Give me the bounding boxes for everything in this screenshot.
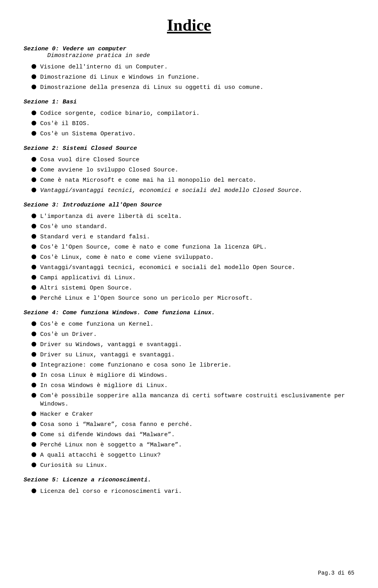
section-0: Sezione 0: Vedere un computer Dimostrazi… xyxy=(24,46,354,92)
section-4: Sezione 4: Come funziona Windows. Come f… xyxy=(24,310,354,470)
list-item: Integrazione: come funzionano e cosa son… xyxy=(32,361,354,369)
list-item: Standard veri e standard falsi. xyxy=(32,233,354,241)
bullet-icon xyxy=(32,362,36,367)
bullet-icon xyxy=(32,188,36,192)
section-5-list: Licenza del corso e riconoscimenti vari. xyxy=(32,487,354,496)
bullet-icon xyxy=(32,332,36,336)
bullet-icon xyxy=(32,254,36,259)
bullet-icon xyxy=(32,157,36,162)
section-2-list: Cosa vuol dire Closed Source Come avvien… xyxy=(32,156,354,195)
section-3-list: L'importanza di avere libertà di scelta.… xyxy=(32,212,354,302)
list-item: Altri sistemi Open Source. xyxy=(32,284,354,292)
bullet-icon xyxy=(32,131,36,136)
list-item: Visione dell'interno di un Computer. xyxy=(32,63,354,71)
list-item: Cos'è uno standard. xyxy=(32,223,354,231)
list-item: In cosa Linux è migliore di Windows. xyxy=(32,371,354,380)
bullet-icon xyxy=(32,411,36,416)
list-item: A quali attacchi è soggetto Linux? xyxy=(32,451,354,459)
list-item: Campi applicativi di Linux. xyxy=(32,274,354,282)
list-item: Cos'è un Driver. xyxy=(32,330,354,339)
bullet-icon xyxy=(32,463,36,467)
list-item: Cos'è Linux, come è nato e come viene sv… xyxy=(32,253,354,262)
section-1-list: Codice sorgente, codice binario, compila… xyxy=(32,109,354,138)
bullet-icon xyxy=(32,383,36,387)
bullet-icon xyxy=(32,85,36,89)
bullet-icon xyxy=(32,321,36,326)
bullet-icon xyxy=(32,342,36,347)
list-item: Cosa vuol dire Closed Source xyxy=(32,156,354,164)
section-1: Sezione 1: Basi Codice sorgente, codice … xyxy=(24,99,354,138)
bullet-icon xyxy=(32,352,36,357)
section-2: Sezione 2: Sistemi Closed Source Cosa vu… xyxy=(24,145,354,195)
page-footer: Pag.3 di 65 xyxy=(318,570,354,576)
bullet-icon xyxy=(32,74,36,79)
list-item: Come avviene lo sviluppo Closed Source. xyxy=(32,166,354,174)
bullet-icon xyxy=(32,295,36,300)
page-title: Indice xyxy=(24,16,354,35)
list-item: Cos'è il BIOS. xyxy=(32,120,354,128)
bullet-icon xyxy=(32,372,36,377)
section-0-heading: Sezione 0: Vedere un computer Dimostrazi… xyxy=(24,46,354,59)
bullet-icon xyxy=(32,452,36,457)
list-item: Licenza del corso e riconoscimenti vari. xyxy=(32,487,354,496)
list-item: L'importanza di avere libertà di scelta. xyxy=(32,212,354,221)
list-item: Perché Linux e l'Open Source sono un per… xyxy=(32,294,354,302)
section-5-heading: Sezione 5: Licenze a riconoscimenti. xyxy=(24,477,354,483)
list-item: Come si difende Windows dai “Malware”. xyxy=(32,431,354,439)
bullet-icon xyxy=(32,432,36,437)
list-item: Dimostrazione di Linux e Windows in funz… xyxy=(32,73,354,81)
list-item: Perché Linux non è soggetto a “Malware”. xyxy=(32,441,354,449)
list-item: Curiosità su Linux. xyxy=(32,461,354,470)
list-item: Hacker e Craker xyxy=(32,410,354,418)
bullet-icon xyxy=(32,285,36,290)
list-item: Cosa sono i “Malware”, cosa fanno e perc… xyxy=(32,420,354,429)
bullet-icon xyxy=(32,488,36,493)
section-4-list: Cos'è e come funziona un Kernel. Cos'è u… xyxy=(32,320,354,470)
section-3: Sezione 3: Introduzione all'Open Source … xyxy=(24,202,354,302)
bullet-icon xyxy=(32,121,36,125)
bullet-icon xyxy=(32,167,36,172)
list-item: Driver su Windows, vantaggi e svantaggi. xyxy=(32,341,354,349)
list-item: In cosa Windows è migliore di Linux. xyxy=(32,382,354,390)
bullet-icon xyxy=(32,422,36,426)
list-item: Vantaggi/svantaggi tecnici, economici e … xyxy=(32,186,354,195)
bullet-icon xyxy=(32,234,36,239)
list-item: Vantaggi/svantaggi tecnici, economici e … xyxy=(32,264,354,272)
bullet-icon xyxy=(32,214,36,218)
section-0-subheading: Dimostrazione pratica in sede xyxy=(24,52,150,59)
list-item: Com'è possibile sopperire alla mancanza … xyxy=(32,392,354,408)
bullet-icon xyxy=(32,275,36,280)
section-4-heading: Sezione 4: Come funziona Windows. Come f… xyxy=(24,310,354,316)
list-item: Cos'è l'Open Source, come è nato e come … xyxy=(32,243,354,251)
section-3-heading: Sezione 3: Introduzione all'Open Source xyxy=(24,202,354,208)
section-5: Sezione 5: Licenze a riconoscimenti. Lic… xyxy=(24,477,354,496)
bullet-icon xyxy=(32,111,36,115)
bullet-icon xyxy=(32,64,36,69)
list-item: Dimostrazione della presenza di Linux su… xyxy=(32,83,354,92)
list-item: Come è nata Microsoft e come mai ha il m… xyxy=(32,176,354,184)
bullet-icon xyxy=(32,244,36,249)
bullet-icon xyxy=(32,442,36,447)
content: Sezione 0: Vedere un computer Dimostrazi… xyxy=(24,46,354,496)
bullet-icon xyxy=(32,224,36,229)
list-item: Codice sorgente, codice binario, compila… xyxy=(32,109,354,118)
section-0-list: Visione dell'interno di un Computer. Dim… xyxy=(32,63,354,92)
list-item: Cos'è un Sistema Operativo. xyxy=(32,130,354,138)
bullet-icon xyxy=(32,177,36,182)
list-item: Cos'è e come funziona un Kernel. xyxy=(32,320,354,328)
section-2-heading: Sezione 2: Sistemi Closed Source xyxy=(24,145,354,152)
bullet-icon xyxy=(32,265,36,269)
bullet-icon xyxy=(32,393,36,398)
list-item: Driver su Linux, vantaggi e svantaggi. xyxy=(32,351,354,359)
section-1-heading: Sezione 1: Basi xyxy=(24,99,354,105)
